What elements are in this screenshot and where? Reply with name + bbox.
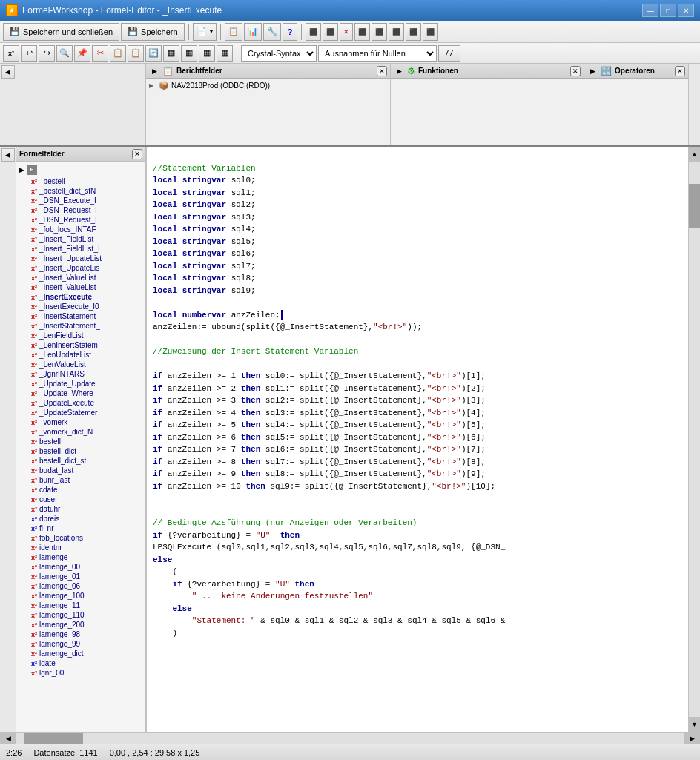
sidebar-item[interactable]: x²_UpdateExecute	[16, 398, 145, 408]
sidebar-item[interactable]: x²bestell	[16, 437, 145, 446]
new-button[interactable]: 📄 ▾	[193, 23, 217, 41]
scroll-up-btn[interactable]: ▲	[689, 147, 700, 162]
sidebar-item[interactable]: x²_LenFieldList	[16, 331, 145, 340]
scroll-down-btn[interactable]: ▼	[689, 717, 700, 732]
code-editor[interactable]: //Statement Variablen local stringvar sq…	[146, 147, 688, 732]
browse-button[interactable]: 📋	[225, 23, 242, 41]
funktionen-expand[interactable]: ▶	[394, 66, 404, 76]
sidebar-item[interactable]: x²_LenValueList	[16, 360, 145, 369]
search-button[interactable]: 🔍	[56, 45, 73, 62]
sidebar-item[interactable]: x²_Insert_ValueList	[16, 273, 145, 282]
sidebar-item[interactable]: x²lamenge_110	[16, 610, 145, 620]
sidebar-group-header[interactable]: ▶ F	[16, 163, 145, 176]
sidebar-item[interactable]: x²_Insert_FieldList	[16, 234, 145, 244]
sidebar-item[interactable]: x²identnr	[16, 543, 145, 552]
sidebar-item[interactable]: x²bestell_dict_st	[16, 456, 145, 466]
editor-nav-up[interactable]: ◀	[1, 148, 15, 162]
nav8-button[interactable]: ⬛	[423, 23, 438, 41]
sidebar-item[interactable]: x²fi_nr	[16, 523, 145, 533]
syntax-dropdown[interactable]: Crystal-Syntax	[241, 45, 317, 62]
nav5-button[interactable]: ⬛	[372, 23, 387, 41]
sidebar-item[interactable]: x²_InsertStatement_	[16, 321, 145, 331]
sidebar-item[interactable]: x²_InsertExecute	[16, 292, 145, 302]
x2-button[interactable]: x²	[3, 45, 19, 62]
sidebar-item[interactable]: x²_Insert_ValueList_	[16, 282, 145, 292]
help-button[interactable]: ?	[283, 23, 298, 41]
berichtfelder-tree-item[interactable]: ▶ 📦 NAV2018Prod (ODBC (RDO))	[149, 80, 387, 91]
comment-button[interactable]: //	[438, 45, 460, 62]
sidebar-item[interactable]: x²lamenge_100	[16, 591, 145, 601]
grid2-button[interactable]: ▦	[181, 45, 197, 62]
undo-button[interactable]: ↩	[21, 45, 37, 62]
minimize-button[interactable]: —	[642, 4, 658, 17]
hscroll-thumb[interactable]	[24, 733, 83, 744]
save-button[interactable]: 💾 Speichern	[121, 23, 185, 41]
nav6-button[interactable]: ⬛	[389, 23, 404, 41]
sidebar-item[interactable]: x²fob_locations	[16, 533, 145, 543]
sidebar-item[interactable]: x²lamenge_98	[16, 630, 145, 639]
sidebar-item[interactable]: x²_Update_Update	[16, 379, 145, 389]
format-button[interactable]: 📊	[244, 23, 262, 41]
left-nav-up[interactable]: ◀	[1, 65, 15, 79]
berichtfelder-close[interactable]: ✕	[377, 66, 387, 76]
nav4-button[interactable]: ⬛	[354, 23, 370, 41]
sidebar-item[interactable]: x²_bestell	[16, 176, 145, 186]
refresh-button[interactable]: 🔄	[145, 45, 162, 62]
sidebar-item[interactable]: x²bestell_dict	[16, 446, 145, 456]
cut-button[interactable]: ✂	[92, 45, 108, 62]
sidebar-item[interactable]: x²_Insert_UpdateList	[16, 254, 145, 263]
sidebar-item[interactable]: x²_Update_Where	[16, 389, 145, 398]
hscroll-right-btn[interactable]: ▶	[684, 733, 700, 744]
paste-button[interactable]: 📋	[128, 45, 144, 62]
sidebar-item[interactable]: x²_DSN_Execute_I	[16, 196, 145, 205]
grid1-button[interactable]: ▦	[163, 45, 179, 62]
maximize-button[interactable]: □	[660, 4, 676, 17]
sidebar-item[interactable]: x²lamenge	[16, 552, 145, 562]
tools-button[interactable]: 🔧	[263, 23, 281, 41]
sidebar-item[interactable]: x²_fob_locs_INTAF	[16, 225, 145, 234]
horizontal-scrollbar[interactable]: ◀ ▶	[0, 732, 700, 744]
sidebar-close-btn[interactable]: ✕	[132, 149, 142, 159]
sidebar-item[interactable]: x²_vomerk	[16, 417, 145, 427]
operatoren-close[interactable]: ✕	[675, 66, 685, 76]
sidebar-item[interactable]: x²_LenInsertStatem	[16, 340, 145, 350]
nav1-button[interactable]: ⬛	[306, 23, 321, 41]
sidebar-item[interactable]: x²budat_last	[16, 466, 145, 475]
sidebar-item[interactable]: x²_JgnrINTARS	[16, 369, 145, 379]
operatoren-expand[interactable]: ▶	[587, 66, 598, 76]
bookmark-button[interactable]: 📌	[74, 45, 90, 62]
sidebar-item[interactable]: x²_Insert_FieldList_I	[16, 244, 145, 254]
sidebar-item[interactable]: x²_vomerk_dict_N	[16, 427, 145, 437]
sidebar-item[interactable]: x²_DSN_Request_I	[16, 205, 145, 215]
close-button[interactable]: ✕	[678, 4, 694, 17]
sidebar-item[interactable]: x²dpreis	[16, 514, 145, 523]
nav2-button[interactable]: ⬛	[323, 23, 338, 41]
redo-button[interactable]: ↪	[39, 45, 55, 62]
hscroll-track[interactable]	[16, 733, 684, 744]
sidebar-item[interactable]: x²bunr_last	[16, 475, 145, 485]
sidebar-item[interactable]: x²lamenge_11	[16, 601, 145, 610]
sidebar-item[interactable]: x²_InsertExecute_I0	[16, 302, 145, 311]
sidebar-item[interactable]: x²_InsertStatement	[16, 311, 145, 321]
sidebar-item[interactable]: x²lamenge_00	[16, 562, 145, 572]
grid3-button[interactable]: ▦	[199, 45, 215, 62]
sidebar-item[interactable]: x²lamenge_dict	[16, 649, 145, 658]
sidebar-item[interactable]: x²_UpdateStatemer	[16, 408, 145, 417]
sidebar-item[interactable]: x²_bestell_dict_stN	[16, 186, 145, 196]
nav3-button[interactable]: ✕	[340, 23, 353, 41]
hscroll-left-btn[interactable]: ◀	[0, 733, 16, 744]
sidebar-item[interactable]: x²cdate	[16, 485, 145, 495]
sidebar-item[interactable]: x²ldate	[16, 658, 145, 668]
save-close-button[interactable]: 💾 Speichern und schließen	[3, 23, 119, 41]
funktionen-close[interactable]: ✕	[570, 66, 581, 76]
null-dropdown[interactable]: Ausnahmen für Nullen	[318, 45, 437, 62]
sidebar-item[interactable]: x²_DSN_Request_I	[16, 215, 145, 225]
copy-button[interactable]: 📋	[110, 45, 126, 62]
sidebar-item[interactable]: x²lamenge_200	[16, 620, 145, 630]
sidebar-item[interactable]: x²datuhr	[16, 504, 145, 514]
scroll-track[interactable]	[689, 162, 700, 717]
grid4-button[interactable]: ▦	[217, 45, 233, 62]
editor-scrollbar[interactable]: ▲ ▼	[688, 147, 700, 732]
berichtfelder-expand[interactable]: ▶	[149, 66, 159, 76]
nav7-button[interactable]: ⬛	[406, 23, 421, 41]
